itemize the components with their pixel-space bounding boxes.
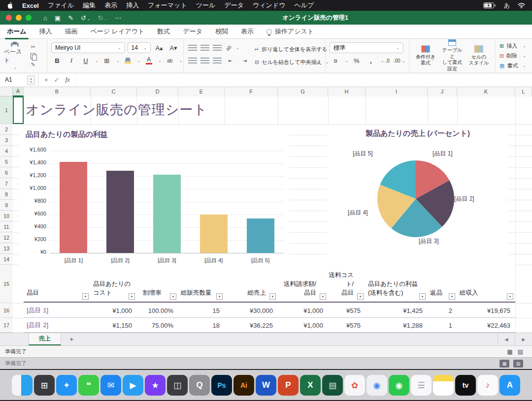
row-header-8[interactable]: 8 [0,189,13,200]
dock-messages[interactable]: ❝ [78,375,99,396]
ribbon-tab-6[interactable]: 校閲 [215,27,228,36]
table-cell-r1-c7[interactable]: ¥1,288 [366,318,428,333]
conditional-formatting-button[interactable]: 条件付き 書式 [413,45,438,66]
table-cell-r0-c3[interactable]: 15 [178,303,225,318]
dock-spreadsheet-doc[interactable]: ▤ [322,375,343,396]
cancel-entry-button[interactable]: × [44,76,48,84]
redo-button[interactable]: ↻⌄ [98,14,108,22]
filter-button[interactable]: ▼ [449,293,455,300]
table-cell-r1-c6[interactable]: ¥575 [328,318,366,333]
align-center-button[interactable] [200,58,209,63]
filter-button[interactable]: ▼ [129,293,135,300]
page-layout-view-button[interactable]: ▤ [513,360,523,368]
column-header-H[interactable]: H [328,87,366,96]
wrap-text-button[interactable]: ↵ 折り返して全体を表示する ⌄ [255,44,334,55]
italic-button[interactable]: I [66,55,77,66]
column-header-C[interactable]: C [91,87,137,96]
dock-music[interactable]: ♪ [477,375,498,396]
column-header-B[interactable]: B [24,87,91,96]
align-bottom-button[interactable] [213,45,222,51]
dock-photos[interactable]: ✿ [344,375,365,396]
row-header-15[interactable]: 15 [0,265,13,303]
number-format-select[interactable]: 標準 ⌄ [330,42,403,53]
home-icon[interactable]: ⌂ [43,14,47,22]
column-header-J[interactable]: J [428,87,457,96]
menu-item-4[interactable]: 挿入 [126,1,139,10]
dock-excel[interactable]: X [300,375,321,396]
increase-font-size-button[interactable]: A▴ [153,42,165,53]
save-icon[interactable]: ▣ [55,14,61,22]
borders-button[interactable]: ⊞ [101,55,113,66]
font-color-button[interactable]: A [143,55,155,66]
dock-word[interactable]: W [256,375,276,396]
table-cell-r1-c1[interactable]: ¥1,150 [91,318,137,333]
column-header-L[interactable]: L [515,87,532,96]
confirm-entry-button[interactable]: ✓ [54,76,60,84]
dock-launchpad[interactable]: ⊞ [34,375,55,396]
dock-photoshop[interactable]: Ps [211,375,232,396]
cell-styles-button[interactable]: セルの スタイル [466,45,491,66]
column-header-E[interactable]: E [178,87,225,96]
table-cell-r1-c9[interactable]: ¥22,463 [457,318,515,333]
row-header-14[interactable]: 14 [0,254,13,265]
dock-facetime[interactable]: ▶ [123,375,143,396]
undo-button[interactable]: ↺⌄ [81,14,91,22]
currency-format-button[interactable]: ¤ [330,55,341,66]
increase-indent-button[interactable]: ⇥ [239,55,251,66]
wifi-icon[interactable] [518,3,525,8]
dock-imovie[interactable]: ★ [145,375,166,396]
name-box-stepper[interactable]: ▲ ▼ [27,75,35,85]
table-cell-r1-c8[interactable]: 1 [428,318,457,333]
ribbon-tab-1[interactable]: 挿入 [39,27,52,36]
table-cell-r0-c8[interactable]: 2 [428,303,457,318]
menu-item-8[interactable]: ウィンドウ [253,1,286,10]
underline-button[interactable]: U [80,55,92,66]
insert-cells-button[interactable]: ⊞ 挿入 ⌄ [499,41,528,50]
phonetic-guide-button[interactable]: ab [164,55,176,66]
close-window-button[interactable] [6,15,12,21]
row-header-4[interactable]: 4 [0,146,13,156]
ribbon-tab-2[interactable]: 描画 [65,27,78,36]
column-header-A[interactable]: A [13,87,24,96]
sheet-grid[interactable]: オンライン販売の管理シート ¥1,600¥1,400¥1,200¥1,000¥8… [13,96,532,333]
text-orientation-button[interactable]: ab [224,43,233,52]
row-header-6[interactable]: 6 [0,167,13,178]
bold-button[interactable]: B [51,55,63,66]
table-cell-r0-c7[interactable]: ¥1,425 [366,303,428,318]
input-source-badge[interactable]: あ [504,1,510,10]
menu-item-2[interactable]: 編集 [83,1,96,10]
row-header-17[interactable]: 17 [0,318,13,333]
table-cell-r0-c5[interactable]: ¥1,000 [278,303,328,318]
dock-powerpoint[interactable]: P [278,375,299,396]
row-header-16[interactable]: 16 [0,303,13,318]
table-cell-r1-c5[interactable]: ¥1,000 [278,318,328,333]
dock-reminders[interactable]: ☰ [411,375,432,396]
dock-illustrator[interactable]: Ai [233,375,254,396]
format-painter-button[interactable]: ✎ [29,61,37,68]
font-size-select[interactable]: 14 ⌄ [128,42,151,53]
menu-item-7[interactable]: データ [224,1,244,10]
dock-notes[interactable] [433,375,454,396]
decrease-indent-button[interactable]: ⇤ [225,55,236,66]
pie-chart[interactable]: [品目 1][品目 2][品目 3][品目 4][品目 5] 製品あたりの売上 … [327,125,508,268]
menu-item-5[interactable]: フォーマット [148,1,187,10]
formula-input[interactable] [76,73,532,87]
menu-item-0[interactable]: Excel [22,2,39,9]
ribbon-tab-4[interactable]: 数式 [157,27,170,36]
merge-center-button[interactable]: ⊟ セルを結合して中央揃え ⌄ [255,57,334,67]
row-header-11[interactable]: 11 [0,221,13,232]
battery-icon[interactable] [483,2,496,8]
dock-app-store[interactable]: A [499,375,520,396]
copy-button[interactable] [29,52,37,60]
row-header-1[interactable]: 1 [0,96,13,124]
page-layout-view-button[interactable]: ▤ [518,348,523,355]
row-header-3[interactable]: 3 [0,135,13,146]
table-cell-r1-c4[interactable]: ¥36,225 [225,318,278,333]
row-header-7[interactable]: 7 [0,178,13,189]
align-right-button[interactable] [213,58,222,63]
filter-button[interactable]: ▼ [170,293,176,300]
fill-color-button[interactable] [122,55,133,66]
zoom-window-button[interactable] [26,15,32,21]
ribbon-tab-3[interactable]: ページ レイアウト [91,27,145,36]
ribbon-tab-5[interactable]: データ [183,27,202,36]
